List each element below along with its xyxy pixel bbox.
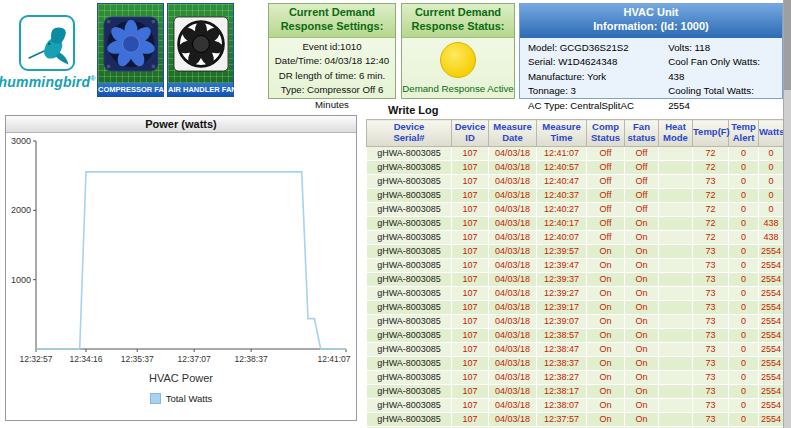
table-cell: On	[587, 328, 625, 342]
table-cell: 12:39:27	[537, 286, 587, 300]
table-row: gHWA-800308510704/03/1812:38:57OnOn73025…	[367, 328, 784, 342]
table-cell: 107	[452, 272, 489, 286]
table-cell: 2554	[759, 300, 784, 314]
table-cell: 72	[693, 146, 729, 160]
table-cell: 0	[729, 174, 759, 188]
table-cell: 438	[759, 216, 784, 230]
table-cell	[659, 300, 693, 314]
table-cell: 0	[729, 384, 759, 398]
table-cell: 12:39:17	[537, 300, 587, 314]
table-cell: 0	[759, 146, 784, 160]
table-cell: 73	[693, 412, 729, 426]
table-row: gHWA-800308510704/03/1812:38:47OnOn73025…	[367, 342, 784, 356]
table-cell: 12:40:47	[537, 174, 587, 188]
column-header[interactable]: Device Serial#	[367, 120, 452, 147]
table-cell: 107	[452, 300, 489, 314]
scrollbar[interactable]	[783, 0, 791, 428]
table-cell: 2554	[759, 314, 784, 328]
table-cell: 04/03/18	[489, 216, 537, 230]
table-cell: 72	[693, 202, 729, 216]
table-cell: gHWA-8003085	[367, 160, 452, 174]
write-log-title: Write Log	[388, 104, 439, 116]
table-cell	[659, 160, 693, 174]
column-header[interactable]: Heat Mode	[659, 120, 693, 147]
table-cell: 04/03/18	[489, 300, 537, 314]
column-header[interactable]: Device ID	[452, 120, 489, 147]
table-cell: Off	[587, 174, 625, 188]
table-cell: 0	[729, 258, 759, 272]
table-cell: 12:40:57	[537, 160, 587, 174]
table-cell: 12:38:17	[537, 384, 587, 398]
hvac-cooling-total-watts: Cooling Total Watts: 2554	[668, 84, 774, 113]
column-header[interactable]: Measure Time	[537, 120, 587, 147]
table-cell: gHWA-8003085	[367, 202, 452, 216]
column-header[interactable]: Measure Date	[489, 120, 537, 147]
table-row: gHWA-800308510704/03/1812:38:17OnOn73025…	[367, 384, 784, 398]
scrollbar-thumb[interactable]	[784, 0, 791, 90]
svg-text:12:34:16: 12:34:16	[69, 354, 102, 364]
settings-dr-length: DR length of time: 6 min.	[271, 69, 393, 84]
column-header[interactable]: Temp(F)	[693, 120, 729, 147]
column-header[interactable]: Fan status	[625, 120, 659, 147]
table-cell: gHWA-8003085	[367, 188, 452, 202]
table-cell	[659, 286, 693, 300]
column-header[interactable]: Temp Alert	[729, 120, 759, 147]
table-cell: gHWA-8003085	[367, 244, 452, 258]
table-cell: 2554	[759, 258, 784, 272]
table-cell: gHWA-8003085	[367, 146, 452, 160]
table-cell: 107	[452, 356, 489, 370]
table-row: gHWA-800308510704/03/1812:38:37OnOn73025…	[367, 356, 784, 370]
write-log-table: Device Serial#Device IDMeasure DateMeasu…	[366, 119, 784, 428]
hvac-model: Model: GCGD36S21S2	[528, 41, 668, 56]
hummingbird-bird-icon	[19, 15, 75, 71]
table-cell: Off	[587, 160, 625, 174]
table-cell: On	[625, 244, 659, 258]
table-cell: 04/03/18	[489, 370, 537, 384]
table-cell: 0	[729, 272, 759, 286]
svg-text:12:41:07: 12:41:07	[317, 354, 350, 364]
legend-swatch-total-watts	[150, 393, 161, 404]
table-cell	[659, 356, 693, 370]
table-cell: 2554	[759, 342, 784, 356]
svg-text:12:32:57: 12:32:57	[19, 354, 52, 364]
compressor-fan-tile: COMPRESSOR FAN	[97, 3, 164, 97]
table-cell: 0	[729, 188, 759, 202]
table-cell	[659, 412, 693, 426]
table-cell: 438	[759, 230, 784, 244]
table-row: gHWA-800308510704/03/1812:40:17OffOn7204…	[367, 216, 784, 230]
table-cell: On	[625, 286, 659, 300]
log-table-body: gHWA-800308510704/03/1812:41:07OffOff720…	[367, 146, 784, 428]
table-cell: Off	[587, 216, 625, 230]
table-cell: Off	[625, 188, 659, 202]
table-cell: 2554	[759, 384, 784, 398]
table-cell: On	[625, 314, 659, 328]
table-row: gHWA-800308510704/03/1812:40:07OffOn7204…	[367, 230, 784, 244]
table-cell	[659, 398, 693, 412]
table-cell: On	[587, 356, 625, 370]
table-cell: 0	[729, 160, 759, 174]
table-cell	[659, 384, 693, 398]
bird-icon	[24, 20, 70, 66]
table-cell: On	[625, 356, 659, 370]
table-cell: gHWA-8003085	[367, 398, 452, 412]
settings-panel-title: Current Demand Response Settings:	[269, 4, 395, 38]
table-cell: 0	[729, 202, 759, 216]
table-cell: 72	[693, 230, 729, 244]
table-row: gHWA-800308510704/03/1812:40:37OffOff720…	[367, 188, 784, 202]
column-header[interactable]: Comp Status	[587, 120, 625, 147]
table-cell: gHWA-8003085	[367, 258, 452, 272]
table-cell: 0	[759, 202, 784, 216]
registered-mark: ®	[90, 75, 95, 82]
table-cell: gHWA-8003085	[367, 328, 452, 342]
table-cell	[659, 314, 693, 328]
table-cell	[659, 342, 693, 356]
chart-x-axis-label: HVAC Power	[6, 372, 356, 384]
column-header[interactable]: Watts	[759, 120, 784, 147]
hvac-unit-info-panel: HVAC Unit Information: (Id: 1000) Model:…	[519, 3, 783, 99]
table-cell: On	[625, 412, 659, 426]
table-cell	[659, 370, 693, 384]
table-cell: On	[625, 258, 659, 272]
table-cell: On	[587, 384, 625, 398]
table-cell: gHWA-8003085	[367, 216, 452, 230]
table-cell: Off	[625, 160, 659, 174]
